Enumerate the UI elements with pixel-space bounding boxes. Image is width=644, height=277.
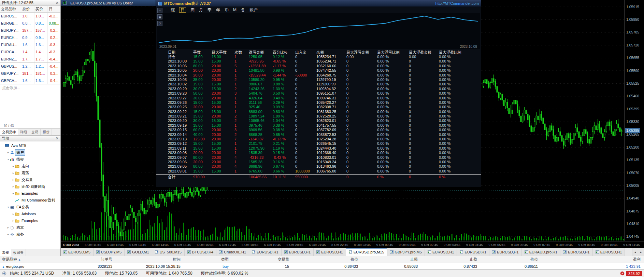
- stats-menu-item[interactable]: 年: [216, 7, 220, 13]
- tree-caret-icon[interactable]: ▸: [12, 212, 15, 216]
- market-watch-tab-1[interactable]: 交易品种: [0, 129, 18, 135]
- chart-tab[interactable]: EURUSD,H1: [457, 248, 489, 256]
- navigator-item-ava-mt5[interactable]: Ava MT5: [0, 142, 60, 149]
- market-watch-row[interactable]: EURGB...0.8...0.8...0.08...: [0, 20, 60, 27]
- toolbox-column-header[interactable]: 时间: [116, 257, 184, 262]
- market-watch-tab-4[interactable]: 报价: [41, 129, 52, 135]
- market-watch-column-header[interactable]: 卖价: [21, 6, 34, 12]
- chart-tab[interactable]: US_500,M15: [152, 248, 185, 256]
- close-icon[interactable]: ✕: [56, 1, 59, 5]
- mtcommander-link[interactable]: http://MTCommander.com: [435, 1, 479, 5]
- price-scale[interactable]: 1.05285 1.059151.058501.057851.057201.05…: [624, 0, 644, 241]
- chart-tab[interactable]: EURUSD,H1: [489, 248, 522, 256]
- market-watch-column-header[interactable]: 买价: [34, 6, 48, 12]
- market-watch-row[interactable]: EURAU...1.6...1.6...-0.3...: [0, 41, 60, 49]
- market-watch-row[interactable]: GBPUS...1.2...1.2...-0.4...: [0, 63, 60, 70]
- market-watch-tab-3[interactable]: 交易: [29, 129, 41, 135]
- tree-caret-icon[interactable]: ▸: [12, 165, 15, 168]
- stats-menu-item[interactable]: 季: [207, 7, 212, 13]
- market-watch-row[interactable]: GBPJPY...181...181...-0.3...: [0, 70, 60, 77]
- tree-caret-icon[interactable]: ▸: [12, 219, 15, 222]
- market-watch-row[interactable]: GBPCA...1.6...1.6...-0.4...: [0, 77, 60, 84]
- tree-caret-icon[interactable]: ▸: [12, 178, 15, 181]
- chart-tab[interactable]: BTCUSD,H4: [185, 248, 216, 256]
- market-watch-row[interactable]: EURCA...1.4...1.4...-0.3...: [0, 49, 60, 56]
- panel-icon[interactable]: ▣: [157, 14, 162, 19]
- navigator-item-oscillators[interactable]: ▸震荡: [0, 169, 60, 176]
- navigator-item-services[interactable]: ▸服务: [0, 231, 60, 238]
- tree-caret-icon[interactable]: ▸: [12, 192, 15, 195]
- chart-titlebar[interactable]: EURUSD.pro,M15: Euro vs US Dollar: [61, 0, 156, 6]
- market-watch-column-header[interactable]: 日...: [48, 6, 60, 12]
- chart-tab[interactable]: EURAUD.pro,H1: [522, 248, 561, 256]
- tab-scroll-left-icon[interactable]: ◂: [632, 248, 638, 256]
- stats-menu-item[interactable]: 账户: [249, 7, 258, 13]
- navigator-tab-1[interactable]: 常规: [0, 249, 11, 256]
- chart-tab[interactable]: EURUSD,H1: [560, 248, 593, 256]
- tree-caret-icon[interactable]: ▾: [6, 206, 10, 209]
- market-watch-tab-2[interactable]: 详细: [18, 129, 29, 135]
- stats-menu-item[interactable]: 备: [241, 7, 245, 13]
- stats-menu-item[interactable]: 综: [171, 7, 175, 13]
- market-watch-row[interactable]: EURCH...0.9...0.9...-0.2...: [0, 34, 60, 41]
- toolbox-column-header[interactable]: 止损: [361, 257, 421, 262]
- stats-menu-item[interactable]: M: [233, 7, 237, 13]
- market-watch-row[interactable]: EURUS...1.0...1.0...-0.2...: [0, 13, 60, 20]
- tab-scroll-right-icon[interactable]: ▸: [638, 248, 644, 256]
- connection-status[interactable]: 323.92: [620, 271, 642, 276]
- market-watch-row[interactable]: EURJPY...157...157...-0.2...: [0, 27, 60, 34]
- help-icon[interactable]: ?: [157, 21, 162, 26]
- navigator-item-trend[interactable]: ▸走向: [0, 163, 60, 169]
- stats-menu-item[interactable]: 币: [225, 7, 229, 13]
- navigator-item-scripts[interactable]: ▸脚本: [0, 224, 60, 231]
- stats-window-titlebar[interactable]: MTCommander统计 ,V3.37 http://MTCommander.…: [156, 0, 481, 6]
- chart-tab[interactable]: GOLD,M1: [125, 248, 152, 256]
- chart-tab[interactable]: EURUSD,H1: [593, 248, 625, 256]
- toolbox-column-header[interactable]: 盈利: [541, 257, 644, 262]
- stats-menu-item[interactable]: 日: [179, 7, 186, 13]
- chart-tab[interactable]: CrudeOIL,H1: [216, 248, 249, 256]
- chart-tab[interactable]: EURUSD,H1: [282, 248, 314, 256]
- navigator-tab-2[interactable]: 收藏夹: [11, 249, 26, 256]
- navigator-item-volumes[interactable]: ▸交易量: [0, 176, 60, 183]
- market-watch-column-header[interactable]: 交易品种: [0, 6, 21, 12]
- navigator-item-accounts[interactable]: ▸账户: [0, 149, 60, 156]
- toolbox-column-header[interactable]: 止盈: [421, 257, 481, 262]
- toolbox-column-header[interactable]: 订单号: [68, 257, 116, 262]
- tree-caret-icon[interactable]: ▸: [6, 151, 10, 154]
- toolbox-column-header[interactable]: 交易品种▲: [0, 257, 68, 262]
- navigator-item-expert-advisors[interactable]: ▾EA交易: [0, 204, 60, 210]
- toolbox-column-header[interactable]: 类型: [184, 257, 232, 262]
- navigator-item-indicators[interactable]: ▾指标: [0, 156, 60, 163]
- chart-tab[interactable]: EURUSD,H1: [249, 248, 282, 256]
- tree-caret-icon[interactable]: ▸: [12, 185, 15, 188]
- toolbox-column-header[interactable]: 价位: [292, 257, 361, 262]
- market-watch-row[interactable]: EURNZ...1.7...1.7...-0.4...: [0, 56, 60, 63]
- market-watch-titlebar[interactable]: 行情执行: 12:02:55 ✕: [0, 0, 60, 6]
- tree-caret-icon[interactable]: ▾: [6, 158, 10, 161]
- tree-caret-icon[interactable]: ▸: [12, 171, 15, 175]
- navigator-item-bill-williams[interactable]: ▸比尔·威廉姆斯: [0, 183, 60, 190]
- toolbox-column-header[interactable]: 交易量: [232, 257, 292, 262]
- navigator-item-examples[interactable]: ▸Examples: [0, 190, 60, 197]
- toolbox-column-header[interactable]: 价位: [481, 257, 541, 262]
- chart-tab[interactable]: EURUSD.pro,M15: [346, 248, 387, 256]
- navigator-item-mtcommander-indicator[interactable]: MTCommander盈利: [0, 197, 60, 204]
- menu-icon[interactable]: ≡: [157, 8, 162, 13]
- navigator-item-advisors[interactable]: ▸Advisors: [0, 210, 60, 217]
- position-row[interactable]: ▲eurgbp.pro30281332023.10.06 15:28:15buy…: [0, 263, 644, 269]
- stats-menu-item[interactable]: 月: [199, 7, 203, 13]
- market-watch-add-row[interactable]: 点击添加...: [0, 84, 60, 92]
- chart-tab[interactable]: EURUSD,H1: [425, 248, 457, 256]
- stats-menu-item[interactable]: 周: [190, 7, 195, 13]
- chart-tab[interactable]: USDJPY,M5: [94, 248, 125, 256]
- tree-caret-icon[interactable]: ▸: [6, 233, 10, 236]
- close-icon[interactable]: ✕: [56, 137, 59, 140]
- time-axis[interactable]: 6 Oct 20236 Oct 11:456 Oct 12:456 Oct 13…: [61, 241, 644, 248]
- navigator-titlebar[interactable]: 导航 ✕: [0, 136, 60, 141]
- tree-caret-icon[interactable]: ▸: [6, 226, 10, 229]
- navigator-item-examples-ea[interactable]: ▸Examples: [0, 217, 60, 224]
- chart-tab[interactable]: EURUSD,M5: [61, 248, 94, 256]
- chart-tab[interactable]: GBPJPY.pro,M5: [387, 248, 425, 256]
- chart-tab[interactable]: EURUSD,H1: [314, 248, 346, 256]
